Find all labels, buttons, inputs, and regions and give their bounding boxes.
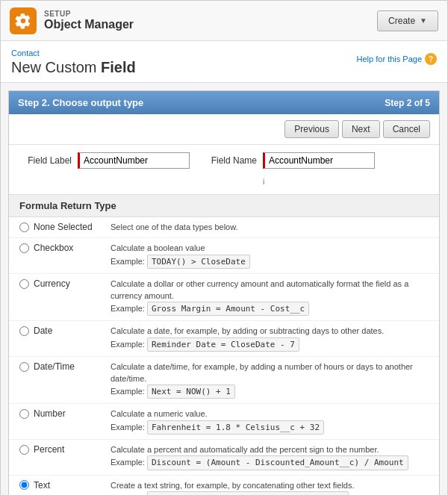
radio-row-date: DateCalculate a date, for example, by ad… [9, 321, 439, 357]
top-toolbar: Previous Next Cancel [9, 114, 439, 145]
radio-label-none: None Selected [34, 222, 93, 232]
radio-example-line-date: Example: Reminder Date = CloseDate - 7 [111, 337, 429, 352]
fields-row: Field Label Field Name i [9, 145, 439, 195]
header-left: SETUP Object Manager [10, 7, 134, 34]
page-title-prefix: New Custom [11, 59, 101, 75]
help-link[interactable]: Help for this Page ? [357, 53, 437, 65]
create-label: Create [388, 16, 415, 26]
radio-example-code-text: Full Name = LastName & ", " & FirstName [147, 491, 349, 495]
main-card: Step 2. Choose output type Step 2 of 5 P… [8, 90, 440, 495]
field-name-info: i [263, 178, 264, 186]
radio-example-code-currency: Gross Margin = Amount - Cost__c [147, 302, 309, 316]
radio-label-date: Date [34, 326, 52, 336]
radio-desc-percent: Calculate a percent and automatically ad… [111, 444, 429, 470]
radio-example-code-checkbox: TODAY() > CloseDate [147, 255, 250, 269]
radio-row-percent: PercentCalculate a percent and automatic… [9, 440, 439, 476]
create-button[interactable]: Create ▼ [377, 10, 438, 31]
radio-label-checkbox: Checkbox [34, 243, 73, 253]
radio-cell-currency: Currency [19, 278, 102, 289]
radio-example-percent: Example: [111, 458, 147, 467]
radio-desc-text: Create a text string, for example, by co… [111, 480, 429, 495]
field-label-group: Field Label [19, 152, 190, 169]
field-label-text: Field Label [19, 155, 72, 166]
field-name-text: Field Name [205, 155, 257, 166]
field-label-input[interactable] [78, 152, 190, 169]
radio-none[interactable] [19, 222, 29, 232]
radio-example-checkbox: Example: [111, 257, 147, 266]
page-title: New Custom Field [11, 59, 136, 76]
gear-icon [15, 13, 31, 29]
previous-button-top[interactable]: Previous [284, 120, 339, 138]
radio-example-datetime: Example: [111, 387, 147, 396]
radio-label-text: Text [34, 480, 50, 491]
radio-label-number: Number [34, 408, 66, 419]
radio-example-currency: Example: [111, 304, 147, 313]
radio-currency[interactable] [19, 279, 29, 289]
radio-desc-none: Select one of the data types below. [111, 222, 429, 233]
radio-cell-date: Date [19, 326, 102, 336]
help-text: Help for this Page [357, 55, 422, 63]
help-icon: ? [425, 53, 437, 65]
create-arrow-icon: ▼ [420, 16, 427, 25]
radio-example-date: Example: [111, 340, 147, 349]
manager-label: Object Manager [44, 18, 134, 31]
radio-example-code-percent: Discount = (Amount - Discounted_Amount__… [147, 455, 408, 470]
radio-desc-checkbox: Calculate a boolean value Example: TODAY… [111, 243, 429, 269]
radio-cell-percent: Percent [19, 444, 102, 455]
radio-row-none: None SelectedSelect one of the data type… [9, 217, 439, 238]
radio-row-number: NumberCalculate a numeric value. Example… [9, 404, 439, 440]
radio-cell-number: Number [19, 408, 102, 419]
radio-row-checkbox: CheckboxCalculate a boolean value Exampl… [9, 238, 439, 274]
radio-cell-text: Text [19, 480, 102, 491]
setup-label: SETUP [44, 10, 134, 18]
radio-desc-datetime: Calculate a date/time, for example, by a… [111, 361, 429, 399]
radio-checkbox[interactable] [19, 243, 29, 253]
radio-number[interactable] [19, 409, 29, 419]
header-titles: SETUP Object Manager [44, 10, 134, 31]
page-header: Contact New Custom Field Help for this P… [1, 41, 447, 83]
page-title-main: Field [101, 59, 136, 75]
radio-example-line-text: Example: Full Name = LastName & ", " & F… [111, 491, 429, 495]
page-title-row: Contact New Custom Field Help for this P… [11, 49, 437, 76]
radio-label-datetime: Date/Time [34, 361, 75, 372]
step-num: Step 2 of 5 [385, 98, 430, 108]
radio-row-currency: CurrencyCalculate a dollar or other curr… [9, 274, 439, 321]
app-header: SETUP Object Manager Create ▼ [1, 1, 447, 41]
radio-example-line-currency: Example: Gross Margin = Amount - Cost__c [111, 302, 429, 316]
radio-example-number: Example: [111, 423, 147, 432]
step-title: Step 2. Choose output type [18, 97, 143, 108]
radio-label-percent: Percent [34, 444, 64, 455]
radio-desc-number: Calculate a numeric value. Example: Fahr… [111, 408, 429, 435]
radio-cell-checkbox: Checkbox [19, 243, 102, 253]
page-title-block: Contact New Custom Field [11, 49, 136, 76]
field-name-group: Field Name i [205, 152, 375, 187]
radio-date[interactable] [19, 326, 29, 336]
formula-section-title: Formula Return Type [9, 195, 439, 217]
radio-row-datetime: Date/TimeCalculate a date/time, for exam… [9, 357, 439, 404]
radio-options: None SelectedSelect one of the data type… [9, 217, 439, 495]
radio-cell-none: None Selected [19, 222, 102, 232]
gear-icon-wrap [10, 7, 37, 34]
field-name-input[interactable] [263, 152, 375, 169]
breadcrumb[interactable]: Contact [11, 49, 136, 57]
next-button-top[interactable]: Next [342, 120, 380, 138]
radio-desc-currency: Calculate a dollar or other currency amo… [111, 278, 429, 316]
radio-label-currency: Currency [34, 278, 70, 289]
radio-text[interactable] [19, 480, 29, 490]
radio-cell-datetime: Date/Time [19, 361, 102, 372]
radio-row-text: TextCreate a text string, for example, b… [9, 476, 439, 495]
radio-example-code-date: Reminder Date = CloseDate - 7 [147, 337, 299, 352]
radio-example-line-number: Example: Fahrenheit = 1.8 * Celsius__c +… [111, 420, 429, 435]
step-header: Step 2. Choose output type Step 2 of 5 [9, 91, 439, 114]
radio-example-line-percent: Example: Discount = (Amount - Discounted… [111, 455, 429, 470]
radio-example-line-checkbox: Example: TODAY() > CloseDate [111, 255, 429, 269]
radio-datetime[interactable] [19, 362, 29, 372]
radio-example-code-number: Fahrenheit = 1.8 * Celsius__c + 32 [147, 420, 324, 435]
radio-example-code-datetime: Next = NOW() + 1 [147, 385, 235, 399]
radio-example-line-datetime: Example: Next = NOW() + 1 [111, 385, 429, 399]
radio-desc-date: Calculate a date, for example, by adding… [111, 326, 429, 352]
radio-percent[interactable] [19, 445, 29, 455]
cancel-button-top[interactable]: Cancel [383, 120, 430, 138]
